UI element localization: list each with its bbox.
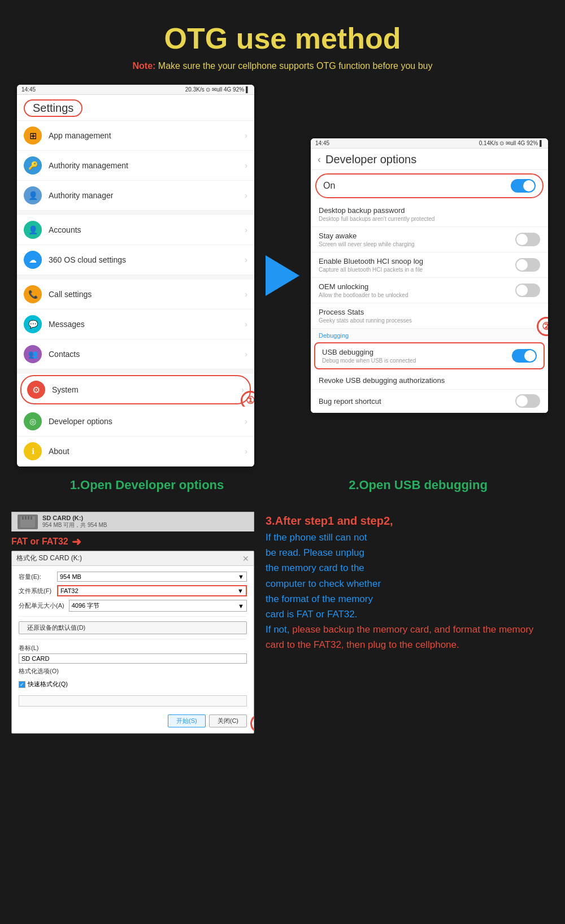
format-btns: 开始(S) 关闭(C) ③ bbox=[19, 714, 247, 727]
oem-sub: Allow the bootloader to be unlocked bbox=[319, 292, 515, 298]
stay-awake-toggle[interactable] bbox=[515, 233, 540, 246]
stay-awake-texts: Stay awake Screen will never sleep while… bbox=[319, 232, 515, 247]
close-button[interactable]: 关闭(C) bbox=[209, 714, 247, 727]
capacity-select[interactable]: 954 MB ▼ bbox=[57, 572, 247, 582]
step3-line1: If the phone still can not bbox=[266, 530, 554, 545]
menu-item-developer[interactable]: ◎ Developer options › bbox=[17, 407, 254, 437]
accounts-icon: 👤 bbox=[24, 221, 42, 239]
allocation-value: 4096 字节 bbox=[72, 602, 100, 610]
oem-toggle[interactable] bbox=[515, 284, 540, 297]
menu-item-contacts[interactable]: 👥 Contacts › bbox=[17, 339, 254, 369]
debugging-section-label: Debugging bbox=[311, 329, 548, 340]
cloud-label: 360 OS cloud settings bbox=[49, 255, 245, 264]
status-icons-2: 0.14K/s ⊙ ✉ull 4G 92% ▌ bbox=[479, 140, 544, 146]
sdcard-info: 954 MB 可用，共 954 MB bbox=[42, 521, 107, 529]
dev-option-oem[interactable]: OEM unlocking Allow the bootloader to be… bbox=[311, 278, 548, 303]
bug-report-title: Bug report shortcut bbox=[319, 397, 515, 406]
menu-item-authority-management[interactable]: 🔑 Authority management › bbox=[17, 151, 254, 181]
menu-item-app-management[interactable]: ⊞ App management › bbox=[17, 121, 254, 151]
sdcard-outer-bar: SD CARD (K:) 954 MB 可用，共 954 MB bbox=[11, 512, 254, 531]
menu-arrow-6: › bbox=[245, 290, 247, 299]
menu-arrow-10: › bbox=[245, 417, 247, 426]
dev-option-stay-awake[interactable]: Stay awake Screen will never sleep while… bbox=[311, 227, 548, 252]
menu-arrow: › bbox=[245, 131, 247, 140]
bug-report-texts: Bug report shortcut bbox=[319, 397, 515, 406]
oem-texts: OEM unlocking Allow the bootloader to be… bbox=[319, 282, 515, 298]
menu-item-about[interactable]: ℹ About › bbox=[17, 437, 254, 467]
note-text: Make sure the your cellphone supports OT… bbox=[158, 61, 433, 71]
step3-red-part: please backup the memory card, and forma… bbox=[266, 624, 533, 650]
blue-arrow-icon bbox=[266, 255, 299, 296]
sdcard-title-outer: SD CARD (K:) 954 MB 可用，共 954 MB bbox=[42, 515, 107, 529]
step3-line2: be read. Please unplug bbox=[266, 545, 554, 560]
messages-label: Messages bbox=[49, 320, 245, 329]
menu-item-authority-manager[interactable]: 👤 Authority manager › bbox=[17, 181, 254, 211]
menu-item-messages[interactable]: 💬 Messages › bbox=[17, 310, 254, 339]
volume-input[interactable]: SD CARD bbox=[19, 653, 247, 664]
filesystem-value: FAT32 bbox=[60, 587, 79, 594]
quick-format-checkbox[interactable]: ✓ bbox=[19, 681, 25, 688]
format-options-label: 格式化选项(O) bbox=[19, 667, 247, 675]
dev-option-bluetooth[interactable]: Enable Bluetooth HCI snoop log Capture a… bbox=[311, 252, 548, 278]
step3-intro-red: After step1 and step2, bbox=[275, 515, 393, 527]
quick-format-row: ✓ 快速格式化(Q) bbox=[19, 680, 247, 688]
process-stats-sub: Geeky stats about running processes bbox=[319, 317, 540, 324]
steps-row: 1.Open Developer options 2.Open USB debu… bbox=[11, 472, 554, 495]
menu-item-system[interactable]: ⚙ System › bbox=[20, 375, 251, 404]
system-icon: ⚙ bbox=[27, 381, 45, 399]
menu-item-cloud[interactable]: ☁ 360 OS cloud settings › bbox=[17, 245, 254, 275]
menu-arrow-8: › bbox=[245, 350, 247, 359]
accounts-label: Accounts bbox=[49, 225, 245, 234]
dev-option-desktop-backup[interactable]: Desktop backup password Desktop full bac… bbox=[311, 202, 548, 227]
filesystem-select[interactable]: FAT32 ▼ bbox=[57, 585, 247, 596]
cloud-icon: ☁ bbox=[24, 251, 42, 269]
usb-debug-row[interactable]: USB debugging Debug mode when USB is con… bbox=[314, 342, 545, 369]
menu-arrow-2: › bbox=[245, 161, 247, 170]
desktop-backup-texts: Desktop backup password Desktop full bac… bbox=[319, 206, 540, 222]
on-toggle[interactable] bbox=[511, 179, 536, 193]
menu-item-call[interactable]: 📞 Call settings › bbox=[17, 280, 254, 310]
desktop-backup-title: Desktop backup password bbox=[319, 206, 540, 215]
svg-rect-3 bbox=[28, 516, 29, 520]
capacity-label: 容量(E): bbox=[19, 573, 53, 581]
oem-title: OEM unlocking bbox=[319, 282, 515, 291]
divider-2 bbox=[19, 639, 247, 639]
app-management-label: App management bbox=[49, 131, 245, 140]
note-label: Note: bbox=[133, 61, 156, 71]
messages-icon: 💬 bbox=[24, 315, 42, 333]
process-stats-texts: Process Stats Geeky stats about running … bbox=[319, 308, 540, 324]
back-arrow-icon[interactable]: ‹ bbox=[318, 154, 321, 165]
screenshots-row: 14:45 20.3K/s ⊙ ✉ull 4G 92% ▌ Settings ⊞… bbox=[11, 85, 554, 467]
allocation-label: 分配单元大小(A) bbox=[19, 602, 64, 610]
settings-header: Settings bbox=[17, 95, 254, 121]
arrow-container bbox=[254, 255, 311, 296]
format-window-title: 格式化 SD CARD (K:) bbox=[16, 553, 82, 563]
app-management-icon: ⊞ bbox=[24, 127, 42, 145]
svg-rect-4 bbox=[31, 516, 32, 520]
fat-arrow-icon: ➜ bbox=[72, 535, 81, 548]
dev-option-bug-report[interactable]: Bug report shortcut bbox=[311, 390, 548, 413]
format-options-text: 格式化选项(O) bbox=[19, 668, 59, 674]
start-button[interactable]: 开始(S) bbox=[168, 714, 206, 727]
allocation-select[interactable]: 4096 字节 ▼ bbox=[69, 600, 247, 612]
dev-option-revoke[interactable]: Revoke USB debugging authorizations bbox=[311, 372, 548, 390]
dev-option-process-stats[interactable]: Process Stats Geeky stats about running … bbox=[311, 303, 548, 329]
authority-management-label: Authority management bbox=[49, 161, 245, 170]
menu-item-accounts[interactable]: 👤 Accounts › bbox=[17, 215, 254, 245]
fat-label-row: FAT or FAT32 ➜ bbox=[11, 535, 254, 548]
close-icon[interactable]: ✕ bbox=[242, 554, 249, 563]
revoke-title: Revoke USB debugging authorizations bbox=[319, 376, 540, 385]
revoke-texts: Revoke USB debugging authorizations bbox=[319, 376, 540, 385]
bluetooth-toggle[interactable] bbox=[515, 258, 540, 272]
capacity-dropdown-icon: ▼ bbox=[238, 573, 244, 580]
bluetooth-texts: Enable Bluetooth HCI snoop log Capture a… bbox=[319, 257, 515, 273]
volume-label: 卷标(L) bbox=[19, 644, 53, 652]
quick-format-label: 快速格式化(Q) bbox=[28, 680, 68, 688]
about-label: About bbox=[49, 447, 245, 456]
usb-debug-toggle[interactable] bbox=[512, 349, 537, 363]
on-toggle-row[interactable]: On bbox=[315, 173, 544, 198]
bug-report-toggle[interactable] bbox=[515, 394, 540, 408]
page-title: OTG use method bbox=[164, 21, 401, 55]
contacts-icon: 👥 bbox=[24, 345, 42, 363]
restore-button[interactable]: 还原设备的默认值(D) bbox=[19, 621, 247, 634]
